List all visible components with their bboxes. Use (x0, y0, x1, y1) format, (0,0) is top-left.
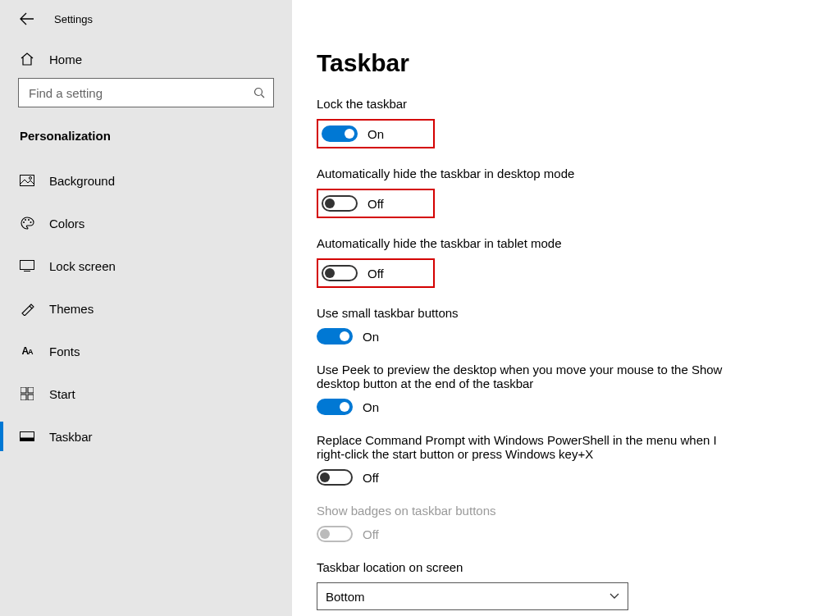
nav-item-label: Themes (49, 302, 94, 316)
search-icon (253, 87, 265, 98)
sidebar: Settings Home Personalization Background (0, 0, 292, 616)
setting-hide-tablet: Automatically hide the taskbar in tablet… (317, 236, 815, 288)
fonts-icon: AA (20, 345, 34, 357)
toggle-hide-tablet[interactable] (322, 265, 358, 281)
dropdown-taskbar-location[interactable]: Bottom (317, 582, 628, 610)
nav-item-label: Start (49, 387, 75, 401)
titlebar: Settings (0, 8, 292, 42)
toggle-state: Off (368, 267, 384, 281)
highlight-hide-tablet: Off (317, 258, 435, 288)
setting-label: Use small taskbar buttons (317, 306, 743, 320)
svg-rect-12 (21, 395, 26, 400)
svg-point-0 (255, 89, 262, 96)
toggle-state: On (363, 400, 379, 414)
main-content: Taskbar Lock the taskbar On Automaticall… (292, 0, 840, 616)
toggle-powershell[interactable] (317, 469, 353, 486)
nav-item-background[interactable]: Background (0, 159, 292, 202)
nav-item-start[interactable]: Start (0, 372, 292, 415)
svg-point-7 (30, 221, 32, 223)
start-icon (20, 387, 34, 400)
setting-taskbar-location: Taskbar location on screen Bottom (317, 560, 815, 610)
toggle-small-buttons[interactable] (317, 328, 353, 345)
nav-item-label: Taskbar (49, 430, 93, 444)
chevron-down-icon (609, 593, 619, 600)
nav-list: Background Colors Lock screen Themes (0, 159, 292, 458)
app-title: Settings (54, 13, 93, 25)
toggle-badges (317, 526, 353, 542)
home-icon (20, 52, 34, 66)
taskbar-icon (20, 431, 34, 441)
svg-point-6 (28, 219, 30, 221)
back-arrow-icon[interactable] (20, 12, 34, 25)
svg-rect-11 (28, 387, 34, 393)
nav-item-taskbar[interactable]: Taskbar (0, 415, 292, 458)
toggle-peek[interactable] (317, 399, 353, 415)
palette-icon (20, 216, 34, 230)
nav-home-label: Home (49, 52, 82, 66)
toggle-state: Off (363, 527, 379, 541)
dropdown-value: Bottom (326, 590, 365, 604)
svg-rect-10 (21, 387, 26, 393)
nav-item-colors[interactable]: Colors (0, 202, 292, 244)
nav-item-fonts[interactable]: AA Fonts (0, 330, 292, 372)
setting-label: Automatically hide the taskbar in deskto… (317, 167, 743, 180)
toggle-hide-desktop[interactable] (322, 195, 358, 212)
toggle-state: On (368, 127, 384, 141)
svg-point-3 (30, 177, 32, 180)
svg-rect-15 (21, 438, 34, 441)
setting-peek: Use Peek to preview the desktop when you… (317, 363, 815, 415)
setting-small-buttons: Use small taskbar buttons On (317, 306, 815, 345)
highlight-hide-desktop: Off (317, 189, 435, 218)
highlight-lock: On (317, 119, 435, 148)
toggle-state: Off (368, 197, 384, 211)
svg-rect-8 (21, 261, 34, 270)
svg-point-5 (25, 219, 26, 221)
setting-label: Replace Command Prompt with Windows Powe… (317, 433, 743, 461)
themes-icon (20, 301, 34, 316)
setting-badges: Show badges on taskbar buttons Off (317, 504, 815, 542)
setting-label: Show badges on taskbar buttons (317, 504, 743, 518)
nav-item-label: Background (49, 174, 115, 188)
nav-item-label: Colors (49, 217, 84, 230)
page-title: Taskbar (317, 49, 815, 77)
svg-rect-2 (21, 176, 34, 186)
nav-item-lock-screen[interactable]: Lock screen (0, 244, 292, 287)
svg-point-4 (23, 221, 25, 223)
toggle-state: On (363, 330, 379, 344)
category-label: Personalization (0, 121, 292, 159)
setting-lock-taskbar: Lock the taskbar On (317, 97, 815, 148)
setting-hide-desktop: Automatically hide the taskbar in deskto… (317, 167, 815, 218)
search-box[interactable] (18, 78, 274, 107)
svg-line-1 (262, 95, 265, 98)
toggle-lock-taskbar[interactable] (322, 125, 358, 142)
setting-label: Taskbar location on screen (317, 560, 743, 574)
search-input[interactable] (27, 85, 253, 101)
svg-rect-13 (28, 395, 34, 400)
nav-home[interactable]: Home (0, 42, 292, 78)
nav-item-themes[interactable]: Themes (0, 287, 292, 330)
lock-screen-icon (20, 260, 34, 271)
nav-item-label: Lock screen (49, 259, 116, 273)
setting-label: Lock the taskbar (317, 97, 743, 111)
toggle-state: Off (363, 471, 379, 485)
setting-label: Use Peek to preview the desktop when you… (317, 363, 743, 390)
setting-powershell: Replace Command Prompt with Windows Powe… (317, 433, 815, 486)
nav-item-label: Fonts (49, 345, 80, 358)
setting-label: Automatically hide the taskbar in tablet… (317, 236, 743, 250)
picture-icon (20, 175, 34, 186)
